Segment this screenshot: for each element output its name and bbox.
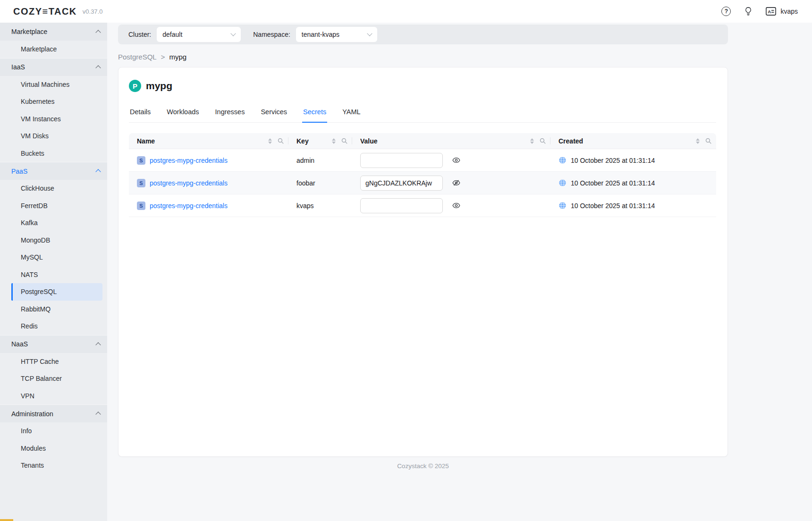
- table-row: S postgres-mypg-credentials kvaps: [129, 194, 716, 217]
- sidebar-item-kubernetes[interactable]: Kubernetes: [11, 93, 102, 110]
- cluster-select[interactable]: default: [157, 27, 241, 42]
- sidebar-item-modules[interactable]: Modules: [11, 440, 102, 457]
- tab-workloads[interactable]: Workloads: [166, 103, 200, 123]
- column-header-value: Value: [352, 133, 550, 149]
- secret-name-link[interactable]: postgres-mypg-credentials: [150, 157, 228, 164]
- cluster-label: Cluster:: [128, 31, 151, 38]
- section-label: IaaS: [11, 63, 25, 71]
- sidebar-item-vpn[interactable]: VPN: [11, 387, 102, 405]
- user-menu[interactable]: A kvaps: [766, 7, 798, 16]
- sidebar-item-clickhouse[interactable]: ClickHouse: [11, 180, 102, 197]
- context-filter-bar: Cluster: default Namespace: tenant-kvaps: [118, 25, 728, 44]
- sidebar-item-rabbitmq[interactable]: RabbitMQ: [11, 301, 102, 318]
- sidebar-item-http-cache[interactable]: HTTP Cache: [11, 353, 102, 370]
- resource-card: P mypg Details Workloads Ingresses Servi…: [118, 67, 728, 457]
- sidebar-section-paas[interactable]: PaaS: [0, 162, 107, 180]
- column-title: Key: [296, 137, 309, 145]
- app-logo[interactable]: COZY≡TACK: [13, 6, 77, 17]
- secret-icon: S: [137, 179, 145, 187]
- sort-icon[interactable]: [529, 137, 535, 145]
- chevron-up-icon: [95, 342, 101, 347]
- svg-text:A: A: [768, 9, 771, 14]
- search-icon[interactable]: [278, 138, 284, 144]
- tab-details[interactable]: Details: [129, 103, 152, 123]
- search-icon[interactable]: [341, 138, 347, 144]
- sidebar-item-virtual-machines[interactable]: Virtual Machines: [11, 76, 102, 93]
- table-row: S postgres-mypg-credentials admin: [129, 149, 716, 172]
- chevron-up-icon: [95, 30, 101, 35]
- tab-services[interactable]: Services: [260, 103, 288, 123]
- created-text: 10 October 2025 at 01:31:14: [571, 157, 655, 164]
- secret-value-input[interactable]: [360, 198, 443, 213]
- sort-icon[interactable]: [695, 137, 701, 145]
- secret-name-link[interactable]: postgres-mypg-credentials: [150, 179, 228, 187]
- sidebar-section-naas[interactable]: NaaS: [0, 335, 107, 353]
- sidebar-section-marketplace[interactable]: Marketplace: [0, 23, 107, 41]
- namespace-select-value: tenant-kvaps: [302, 31, 339, 38]
- help-icon[interactable]: ?: [721, 7, 731, 16]
- topbar: COZY≡TACK v0.37.0 ? A kvaps: [0, 0, 812, 23]
- main-content: Cluster: default Namespace: tenant-kvaps…: [107, 23, 812, 521]
- name-cell: S postgres-mypg-credentials: [129, 156, 288, 165]
- sidebar-section-iaas[interactable]: IaaS: [0, 58, 107, 76]
- sidebar-item-marketplace[interactable]: Marketplace: [11, 41, 102, 58]
- namespace-label: Namespace:: [253, 31, 290, 38]
- created-text: 10 October 2025 at 01:31:14: [571, 202, 655, 210]
- lightbulb-icon[interactable]: [744, 7, 753, 16]
- value-cell: [352, 176, 550, 191]
- chevron-up-icon: [95, 412, 101, 417]
- tab-yaml[interactable]: YAML: [341, 103, 361, 123]
- user-badge-icon: A: [766, 7, 776, 16]
- secret-icon: S: [137, 202, 145, 210]
- secrets-table: Name Key: [129, 133, 716, 217]
- secret-value-input[interactable]: [360, 153, 443, 168]
- eye-slash-icon[interactable]: [452, 179, 460, 187]
- sidebar-item-vm-instances[interactable]: VM Instances: [11, 110, 102, 128]
- eye-icon[interactable]: [452, 202, 460, 210]
- tab-ingresses[interactable]: Ingresses: [214, 103, 246, 123]
- table-row: S postgres-mypg-credentials foobar: [129, 172, 716, 194]
- sidebar-scroll-indicator: [0, 519, 13, 521]
- breadcrumb-postgresql[interactable]: PostgreSQL: [118, 53, 157, 61]
- sidebar-section-administration[interactable]: Administration: [0, 404, 107, 422]
- sidebar-item-vm-disks[interactable]: VM Disks: [11, 127, 102, 145]
- chevron-up-icon: [95, 169, 101, 174]
- globe-icon: [558, 202, 567, 210]
- section-label: PaaS: [11, 168, 27, 175]
- section-label: Administration: [11, 410, 53, 418]
- created-text: 10 October 2025 at 01:31:14: [571, 179, 655, 187]
- sidebar-item-kafka[interactable]: Kafka: [11, 214, 102, 232]
- sidebar-item-info[interactable]: Info: [11, 422, 102, 440]
- eye-icon[interactable]: [452, 156, 460, 164]
- sort-icon[interactable]: [331, 137, 337, 145]
- sidebar-item-mongodb[interactable]: MongoDB: [11, 232, 102, 249]
- sidebar-item-nats[interactable]: NATS: [11, 266, 102, 284]
- sidebar-item-tcp-balancer[interactable]: TCP Balancer: [11, 370, 102, 387]
- column-header-key: Key: [288, 133, 352, 149]
- sidebar-item-mysql[interactable]: MySQL: [11, 249, 102, 266]
- search-icon[interactable]: [705, 138, 711, 144]
- section-label: NaaS: [11, 340, 28, 348]
- tab-secrets[interactable]: Secrets: [302, 103, 327, 123]
- search-icon[interactable]: [540, 138, 546, 144]
- app-version: v0.37.0: [83, 8, 103, 15]
- section-label: Marketplace: [11, 28, 47, 35]
- column-title: Name: [137, 137, 155, 145]
- sidebar: Marketplace Marketplace IaaS Virtual Mac…: [0, 23, 107, 521]
- created-cell: 10 October 2025 at 01:31:14: [550, 202, 716, 210]
- created-cell: 10 October 2025 at 01:31:14: [550, 179, 716, 187]
- resource-tabs: Details Workloads Ingresses Services Sec…: [129, 103, 716, 123]
- sidebar-item-redis[interactable]: Redis: [11, 318, 102, 335]
- breadcrumb-separator: >: [161, 53, 165, 61]
- namespace-select[interactable]: tenant-kvaps: [296, 27, 377, 42]
- column-header-created: Created: [550, 133, 716, 149]
- sidebar-item-tenants[interactable]: Tenants: [11, 457, 102, 474]
- secret-value-input[interactable]: [360, 176, 443, 191]
- username: kvaps: [780, 8, 798, 15]
- sort-icon[interactable]: [267, 137, 273, 145]
- sidebar-item-buckets[interactable]: Buckets: [11, 145, 102, 162]
- column-title: Value: [360, 137, 378, 145]
- sidebar-item-ferretdb[interactable]: FerretDB: [11, 197, 102, 215]
- secret-name-link[interactable]: postgres-mypg-credentials: [150, 202, 228, 210]
- sidebar-item-postgresql[interactable]: PostgreSQL: [11, 283, 102, 301]
